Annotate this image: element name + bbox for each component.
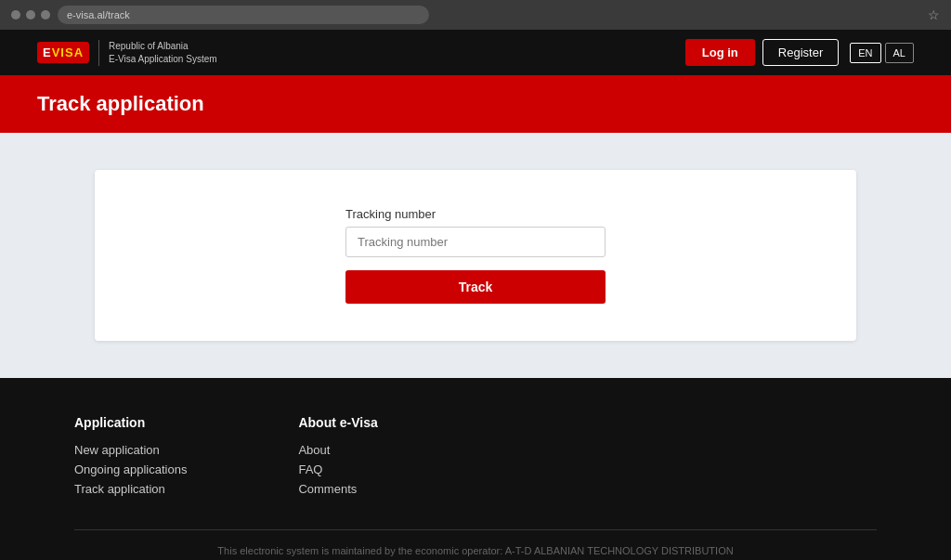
footer-col-application: Application New application Ongoing appl… (74, 415, 187, 501)
url-bar[interactable]: e-visa.al/track (58, 6, 429, 24)
browser-dot (41, 10, 50, 20)
navbar: EVISA Republic of Albania E-Visa Applica… (0, 30, 951, 75)
browser-controls (11, 10, 50, 20)
logo-area: EVISA Republic of Albania E-Visa Applica… (37, 40, 217, 66)
track-card: Tracking number Track (95, 170, 856, 341)
footer-link-about[interactable]: About (298, 443, 377, 457)
url-text: e-visa.al/track (67, 9, 130, 20)
star-icon[interactable]: ☆ (928, 7, 940, 22)
lang-al-button[interactable]: AL (885, 43, 914, 63)
browser-dot (11, 10, 20, 20)
tracking-number-label: Tracking number (345, 207, 606, 221)
footer-links: Application New application Ongoing appl… (74, 415, 877, 501)
footer-link-ongoing-applications[interactable]: Ongoing applications (74, 462, 187, 476)
login-button[interactable]: Log in (685, 39, 755, 66)
page-title: Track application (37, 92, 914, 116)
footer: Application New application Ongoing appl… (0, 378, 951, 560)
page-banner: Track application (0, 75, 951, 133)
register-button[interactable]: Register (762, 39, 839, 66)
footer-link-new-application[interactable]: New application (74, 443, 187, 457)
footer-col1-heading: Application (74, 415, 187, 430)
footer-link-comments[interactable]: Comments (298, 482, 377, 496)
footer-link-track-application[interactable]: Track application (74, 482, 187, 496)
footer-link-faq[interactable]: FAQ (298, 462, 377, 476)
track-button[interactable]: Track (345, 270, 606, 304)
browser-dot (26, 10, 35, 20)
evisa-logo: EVISA (37, 42, 89, 63)
footer-col-about: About e-Visa About FAQ Comments (298, 415, 377, 501)
tracking-number-input[interactable] (345, 227, 606, 257)
nav-actions: Log in Register EN AL (685, 39, 914, 66)
browser-chrome: e-visa.al/track ☆ (0, 0, 951, 30)
footer-bottom: This electronic system is maintained by … (74, 529, 877, 556)
lang-en-button[interactable]: EN (850, 43, 880, 63)
main-content: Tracking number Track (0, 133, 951, 378)
footer-col2-heading: About e-Visa (298, 415, 377, 430)
logo-subtitle: Republic of Albania E-Visa Application S… (98, 40, 217, 66)
tracking-field-container: Tracking number (345, 207, 606, 257)
lang-switcher: EN AL (850, 43, 914, 63)
track-form: Tracking number Track (150, 207, 801, 304)
footer-bottom-text: This electronic system is maintained by … (74, 545, 877, 556)
